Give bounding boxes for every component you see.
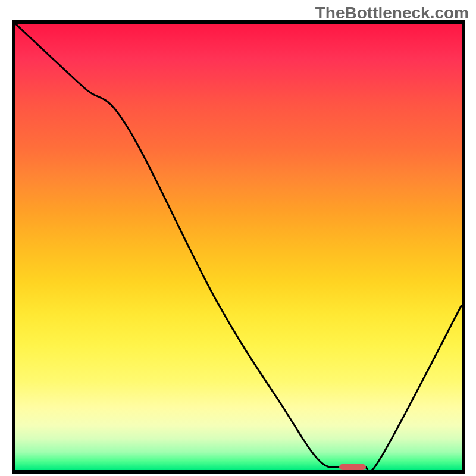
line-curve <box>15 24 462 470</box>
watermark-text: TheBottleneck.com <box>315 4 469 23</box>
plot-area <box>12 20 465 474</box>
chart-container: TheBottleneck.com <box>0 0 476 476</box>
highlight-marker <box>339 464 366 471</box>
